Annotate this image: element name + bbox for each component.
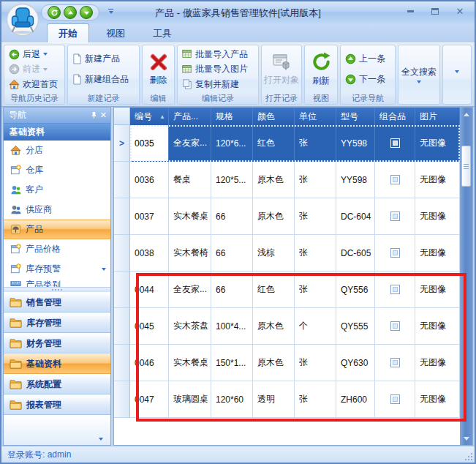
close-button[interactable]: ✕ bbox=[451, 5, 469, 17]
cell-spec[interactable]: 120*5... bbox=[211, 162, 253, 198]
combo-checkbox[interactable] bbox=[390, 212, 400, 221]
cell-color[interactable]: 原木色 bbox=[253, 162, 295, 198]
fulltext-search-button[interactable]: 全文搜索 bbox=[398, 64, 440, 85]
cell-unit[interactable]: 张 bbox=[295, 272, 336, 308]
tab-start[interactable]: 开始 bbox=[47, 23, 89, 42]
cell-combo[interactable] bbox=[375, 381, 415, 418]
table-row[interactable]: > 0047 玻璃圆桌 120*60 透明 张 ZH600 无图像 bbox=[114, 381, 460, 418]
back-dropdown-icon[interactable] bbox=[43, 53, 48, 56]
cell-model[interactable]: QY556 bbox=[336, 272, 375, 308]
cell-product-name[interactable]: 实木茶盘 bbox=[169, 308, 211, 345]
cell-model[interactable]: QY630 bbox=[336, 345, 375, 381]
cell-id[interactable]: 0044 bbox=[130, 272, 169, 308]
cell-color[interactable]: 透明 bbox=[253, 381, 295, 418]
sidebar-group-button[interactable]: 基础资料 bbox=[4, 353, 110, 374]
cell-combo[interactable] bbox=[375, 235, 415, 272]
cell-unit[interactable]: 张 bbox=[295, 125, 336, 162]
column-header-product[interactable]: 产品... bbox=[169, 108, 211, 125]
back-button[interactable]: 后退 bbox=[7, 48, 62, 61]
refresh-button[interactable]: 刷新 bbox=[307, 50, 336, 89]
combo-checkbox[interactable] bbox=[390, 285, 400, 294]
cell-color[interactable]: 红色 bbox=[253, 272, 295, 308]
cell-product-name[interactable]: 餐桌 bbox=[169, 162, 211, 198]
new-combo-button[interactable]: 新建组合品 bbox=[70, 72, 137, 86]
open-object-button[interactable]: 打开对象 bbox=[261, 51, 302, 88]
table-row[interactable]: > 0036 餐桌 120*5... 原木色 张 YY598 无图像 bbox=[114, 162, 460, 198]
cell-spec[interactable]: 150*1... bbox=[211, 345, 253, 381]
cell-color[interactable]: 原木色 bbox=[253, 198, 295, 235]
sidebar-item-stock-alert[interactable]: 库存预警 bbox=[4, 259, 110, 279]
copy-and-new-button[interactable]: 复制并新建 bbox=[180, 78, 256, 91]
batch-import-products-button[interactable]: 批量导入产品 bbox=[180, 48, 256, 61]
cell-spec[interactable]: 120*60 bbox=[211, 381, 253, 418]
sidebar-item-customers[interactable]: 客户 bbox=[4, 180, 110, 200]
column-header-color[interactable]: 颜色 bbox=[253, 108, 295, 125]
cell-combo[interactable] bbox=[375, 198, 415, 235]
table-row[interactable]: > 0044 全友家... 66 红色 张 QY556 无图像 bbox=[114, 272, 460, 308]
cell-image[interactable]: 无图像 bbox=[415, 235, 460, 272]
sidebar-collapse-chevron-icon[interactable] bbox=[99, 438, 103, 441]
minimize-button[interactable] bbox=[401, 5, 419, 17]
delete-button[interactable]: 删除 bbox=[146, 51, 172, 88]
cell-product-name[interactable]: 全友家... bbox=[169, 272, 211, 308]
sidebar-section-header[interactable]: 基础资料 bbox=[4, 123, 110, 141]
sidebar-item-products[interactable]: 产品 bbox=[4, 220, 110, 239]
row-selector[interactable]: > bbox=[114, 381, 130, 418]
scroll-up-icon[interactable] bbox=[464, 109, 469, 119]
cell-spec[interactable]: 120*6... bbox=[211, 125, 253, 162]
cell-model[interactable]: YY598 bbox=[336, 162, 375, 198]
cell-id[interactable]: 0045 bbox=[130, 308, 169, 345]
sidebar-item-product-category[interactable]: 产品类别 bbox=[4, 279, 110, 287]
column-header-id[interactable]: 编号 ▲ bbox=[130, 108, 169, 125]
cell-product-name[interactable]: 全友家... bbox=[169, 125, 211, 162]
forward-button[interactable]: 前进 bbox=[7, 62, 62, 76]
cell-color[interactable]: 原木色 bbox=[253, 345, 295, 381]
vertical-scrollbar[interactable] bbox=[460, 108, 472, 445]
title-bar[interactable]: 产品 - 傲蓝家具销售管理软件[试用版本] ✕ bbox=[1, 1, 475, 23]
tab-view[interactable]: 视图 bbox=[95, 24, 136, 42]
cell-unit[interactable]: 张 bbox=[295, 198, 336, 235]
row-selector[interactable]: > bbox=[114, 235, 130, 272]
sidebar-group-button[interactable]: 系统配置 bbox=[4, 374, 110, 394]
cell-id[interactable]: 0046 bbox=[130, 345, 169, 381]
cell-unit[interactable]: 张 bbox=[295, 381, 336, 418]
cell-id[interactable]: 0038 bbox=[130, 235, 169, 272]
grid-corner-cell[interactable] bbox=[114, 108, 130, 125]
cell-model[interactable]: DC-605 bbox=[336, 235, 375, 272]
batch-import-images-button[interactable]: 批量导入图片 bbox=[180, 62, 256, 76]
row-selector[interactable]: > bbox=[114, 345, 130, 381]
combo-checkbox[interactable] bbox=[390, 248, 400, 258]
cell-model[interactable]: YY598 bbox=[336, 125, 375, 162]
cell-combo[interactable] bbox=[375, 308, 415, 345]
table-row[interactable]: > 0037 实木餐桌 66 原木色 张 DC-604 无图像 bbox=[114, 198, 460, 235]
sidebar-group-button[interactable]: 销售管理 bbox=[4, 292, 110, 313]
cell-combo[interactable] bbox=[375, 162, 415, 198]
table-row[interactable]: > 0038 实木餐椅 66 浅棕 张 DC-605 无图像 bbox=[114, 235, 460, 272]
previous-record-button[interactable]: 上一条 bbox=[343, 52, 393, 66]
combo-checkbox[interactable] bbox=[390, 321, 400, 331]
combo-checkbox[interactable] bbox=[390, 358, 400, 367]
cell-spec[interactable]: 100*4... bbox=[211, 308, 253, 345]
cell-image[interactable]: 无图像 bbox=[415, 308, 460, 345]
sidebar-scroll-down-icon[interactable] bbox=[102, 268, 106, 271]
new-product-button[interactable]: 新建产品 bbox=[70, 52, 137, 66]
cell-id[interactable]: 0035 bbox=[130, 125, 169, 162]
combo-checkbox[interactable] bbox=[390, 394, 400, 404]
sidebar-group-button[interactable]: 报表管理 bbox=[4, 394, 110, 415]
cell-image[interactable]: 无图像 bbox=[415, 381, 460, 418]
resize-grip[interactable] bbox=[465, 453, 472, 460]
row-selector[interactable]: > bbox=[114, 272, 130, 308]
cell-model[interactable]: DC-604 bbox=[336, 198, 375, 235]
cell-model[interactable]: ZH600 bbox=[336, 381, 375, 418]
cell-image[interactable]: 无图像 bbox=[415, 198, 460, 235]
cell-spec[interactable]: 66 bbox=[211, 272, 253, 308]
cell-model[interactable]: QY555 bbox=[336, 308, 375, 345]
cell-color[interactable]: 原木色 bbox=[253, 308, 295, 345]
row-selector[interactable]: > bbox=[114, 198, 130, 235]
scroll-down-icon[interactable] bbox=[464, 433, 469, 444]
cell-unit[interactable]: 张 bbox=[295, 235, 336, 272]
cell-image[interactable]: 无图像 bbox=[415, 272, 460, 308]
cell-unit[interactable]: 张 bbox=[295, 162, 336, 198]
cell-unit[interactable]: 张 bbox=[295, 345, 336, 381]
cell-color[interactable]: 浅棕 bbox=[253, 235, 295, 272]
